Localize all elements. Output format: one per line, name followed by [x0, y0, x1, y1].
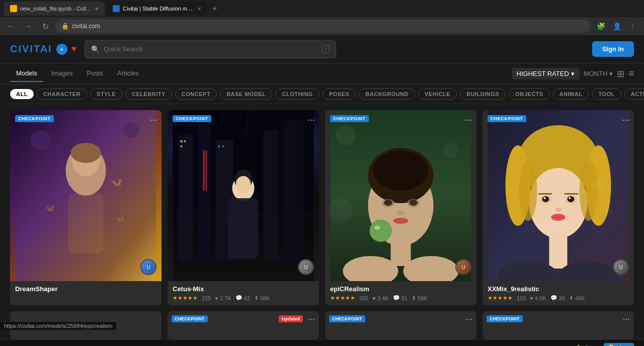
card-menu-4[interactable]: ⋯ [622, 115, 630, 125]
card-menu-2[interactable]: ⋯ [307, 115, 315, 125]
checkpoint-badge-7: CHECKPOINT [487, 315, 523, 322]
rating-3: 305 [359, 295, 368, 301]
close-tab-colab[interactable]: ✕ [95, 6, 99, 12]
cat-vehicle[interactable]: VEHICLE [418, 89, 457, 100]
model-card-image-3 [325, 110, 476, 281]
card-menu-5[interactable]: ⋯ [308, 315, 315, 323]
civitai-favicon [113, 5, 120, 12]
profile-button[interactable]: 👤 [610, 19, 624, 33]
card-avatar-4: U [613, 259, 629, 275]
svg-point-40 [393, 218, 409, 224]
card-stats-3: ★★★★★ 305 ♥ 3.4K 💬 91 ⬇ 59K [330, 295, 471, 301]
card-info-4: XXMix_9realistic ★★★★★ 193 ♥ 4.5K 💬 36 ⬇… [482, 281, 634, 305]
extensions-button[interactable]: 🧩 [594, 19, 608, 33]
cat-action[interactable]: ACTION [624, 89, 644, 100]
likes-3: ♥ 3.4K [372, 295, 388, 301]
card-menu-3[interactable]: ⋯ [464, 115, 472, 125]
svg-text:🦋: 🦋 [111, 177, 123, 188]
lock-icon: 🔒 [61, 23, 69, 30]
nav-tabs: Models Images Posts Articles HIGHEST RAT… [0, 63, 644, 84]
model-card-bottom-5[interactable]: CHECKPOINT Updated ⋯ [168, 311, 319, 339]
cat-background[interactable]: BACKGROUND [359, 89, 415, 100]
address-bar[interactable]: 🔒 civitai.com [55, 20, 591, 33]
cat-base-model[interactable]: BASE MODEL [220, 89, 272, 100]
checkpoint-badge-3: CHECKPOINT [330, 115, 369, 122]
month-chevron: ▾ [609, 70, 613, 77]
svg-point-43 [374, 226, 380, 230]
new-tab-button[interactable]: + [209, 4, 220, 13]
model-name-3: epiCRealism [330, 285, 471, 293]
tab-civitai[interactable]: Civitai | Stable Diffusion models... ✕ [107, 2, 207, 16]
model-card-bottom-6[interactable]: CHECKPOINT ⋯ [325, 311, 476, 339]
model-card-dreamshaper[interactable]: 🦋 🦋 🦋 CHECKPOINT ⋯ U DreamShaper [10, 110, 162, 305]
layout-button[interactable]: ≡ [628, 68, 634, 79]
svg-rect-12 [178, 135, 193, 261]
cat-tool[interactable]: TOOL [592, 89, 621, 100]
svg-rect-22 [218, 145, 220, 147]
svg-point-47 [444, 143, 459, 158]
card-menu-1[interactable]: ⋯ [149, 115, 157, 125]
cat-celebrity[interactable]: CELEBRITY [125, 89, 172, 100]
tab-articles[interactable]: Articles [111, 65, 145, 82]
svg-point-39 [397, 211, 405, 216]
card-info-2: Cetus-Mix ★★★★★ 225 ♥ 2.7K 💬 42 ⬇ 38K [168, 281, 319, 305]
card-info-1: DreamShaper [10, 281, 162, 299]
cat-style[interactable]: STYLE [90, 89, 122, 100]
svg-rect-18 [206, 150, 207, 191]
search-input[interactable] [104, 45, 318, 53]
cat-objects[interactable]: OBJECTS [509, 89, 549, 100]
model-card-image-4 [482, 110, 634, 281]
svg-rect-20 [184, 140, 186, 142]
search-bar[interactable]: 🔍 / [85, 40, 336, 58]
reload-button[interactable]: ↻ [38, 19, 52, 33]
model-card-epicrealism[interactable]: CHECKPOINT ⋯ U epiCRealism ★★★★★ 305 ♥ 3… [325, 110, 476, 305]
checkpoint-badge-6: CHECKPOINT [329, 315, 365, 322]
menu-button[interactable]: ⋮ [626, 19, 640, 33]
model-card-cetusmix[interactable]: CHECKPOINT ⋯ U Cetus-Mix ★★★★★ 225 ♥ 2.7… [168, 110, 319, 305]
cat-animal[interactable]: ANIMAL [553, 89, 589, 100]
colab-favicon [10, 5, 17, 12]
checkpoint-badge-1: CHECKPOINT [15, 115, 54, 122]
card-menu-6[interactable]: ⋯ [465, 315, 472, 323]
cat-character[interactable]: CHARACTER [37, 89, 87, 100]
svg-point-72 [605, 207, 613, 215]
cat-poses[interactable]: POSES [323, 89, 356, 100]
close-tab-civitai[interactable]: ✕ [197, 6, 201, 12]
downloads-4: ⬇ 45K [569, 295, 585, 301]
ideas-button[interactable]: 💡 Ideas [604, 343, 634, 346]
svg-point-54 [519, 160, 537, 221]
comments-2: 💬 42 [235, 295, 250, 301]
stars-3: ★★★★★ [330, 295, 355, 301]
model-card-xxmix[interactable]: CHECKPOINT ⋯ U XXMix_9realistic ★★★★★ 19… [482, 110, 634, 305]
card-stats-2: ★★★★★ 225 ♥ 2.7K 💬 42 ⬇ 38K [173, 295, 314, 301]
svg-rect-21 [181, 145, 183, 147]
logo-plus-button[interactable]: + [56, 44, 67, 55]
sign-in-button[interactable]: Sign In [592, 41, 634, 57]
svg-rect-16 [284, 120, 304, 261]
highest-rated-filter[interactable]: HIGHEST RATED ▾ [512, 68, 580, 79]
status-url: https://civitai.com/models/25694/epicrea… [0, 321, 116, 330]
tab-posts[interactable]: Posts [81, 65, 110, 82]
cat-all[interactable]: ALL [10, 89, 34, 99]
model-card-bottom-7[interactable]: CHECKPOINT ⋯ [482, 311, 634, 339]
forward-button[interactable]: → [21, 19, 35, 33]
svg-point-42 [370, 220, 392, 242]
tab-colab[interactable]: new_colab_file.ipynb - Collabora... ✕ [4, 2, 105, 16]
svg-point-38 [410, 200, 418, 206]
cat-clothing[interactable]: CLOTHING [275, 89, 319, 100]
filter-button[interactable]: ⊞ [617, 68, 624, 79]
logo-heart-icon[interactable]: ♥ [71, 44, 77, 54]
cat-buildings[interactable]: BUILDINGS [460, 89, 506, 100]
stars-4: ★★★★★ [488, 295, 513, 301]
tab-images[interactable]: Images [45, 65, 79, 82]
cat-concept[interactable]: CONCEPT [175, 89, 217, 100]
month-filter[interactable]: MONTH ▾ [584, 70, 613, 77]
rating-4: 193 [517, 295, 526, 301]
search-icon: 🔍 [91, 45, 100, 53]
checkpoint-badge-4: CHECKPOINT [488, 115, 526, 122]
card-menu-7[interactable]: ⋯ [623, 315, 630, 323]
tab-models[interactable]: Models [10, 65, 43, 82]
back-button[interactable]: ← [4, 19, 18, 33]
svg-point-60 [544, 197, 546, 199]
svg-point-59 [568, 196, 575, 202]
